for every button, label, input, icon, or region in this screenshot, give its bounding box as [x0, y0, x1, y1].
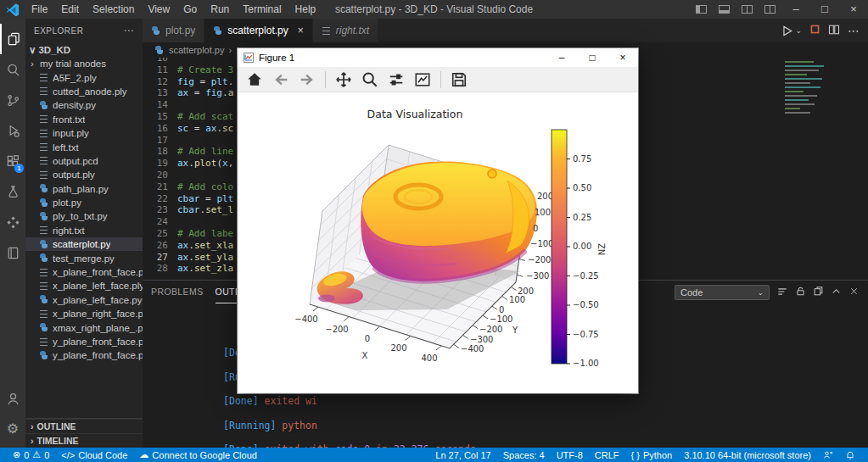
figure-minimize-button[interactable]: –	[546, 48, 577, 67]
file-item[interactable]: › my trial anodes	[25, 57, 143, 70]
pan-icon[interactable]	[333, 70, 354, 90]
menu-item[interactable]: Help	[288, 0, 323, 19]
maximize-panel-icon[interactable]	[831, 286, 842, 298]
tab-right-txt[interactable]: right.txt	[313, 19, 378, 42]
source-control-icon[interactable]	[0, 85, 25, 115]
home-icon[interactable]	[244, 70, 265, 90]
figure-window[interactable]: Figure 1 – □ ×	[238, 48, 638, 393]
toggle-panel-icon[interactable]	[719, 5, 730, 14]
file-item[interactable]: › right.txt	[25, 224, 143, 237]
forward-icon[interactable]	[297, 70, 317, 90]
tab-problems[interactable]: PROBLEMS	[151, 281, 204, 303]
problems-status[interactable]: ⊗0 ⚠0	[7, 449, 55, 460]
run-python-file-button[interactable]: ⌄	[781, 25, 802, 37]
file-item[interactable]: › ply_to_txt.py	[25, 209, 143, 223]
file-item[interactable]: › y_plane_front_face.py	[25, 348, 143, 362]
file-item[interactable]: › y_plane_front_face.ply	[25, 335, 143, 348]
file-item[interactable]: › density.py	[25, 98, 143, 112]
encoding[interactable]: UTF-8	[551, 450, 589, 460]
file-item[interactable]: › cutted_anode.ply	[25, 85, 143, 98]
figure-close-button[interactable]: ×	[608, 48, 638, 67]
save-icon[interactable]	[449, 70, 469, 90]
file-name: output.pcd	[53, 156, 98, 166]
figure-maximize-button[interactable]: □	[577, 48, 608, 67]
cloud-code-status[interactable]: </> Cloud Code	[55, 450, 133, 460]
close-button[interactable]: ×	[839, 0, 868, 19]
configure-subplots-icon[interactable]	[386, 70, 406, 90]
file-item[interactable]: › x_plane_left_face.py	[25, 293, 143, 307]
cloud-code-diamonds-icon[interactable]	[0, 207, 25, 237]
back-icon[interactable]	[271, 70, 291, 90]
file-item[interactable]: › input.ply	[25, 126, 143, 140]
explorer-icon[interactable]	[0, 24, 25, 54]
testing-icon[interactable]	[0, 176, 25, 207]
root-folder[interactable]: ∨ 3D_KD	[25, 42, 143, 57]
minimap[interactable]	[785, 61, 831, 116]
file-item[interactable]: › front.txt	[25, 113, 143, 126]
extensions-icon[interactable]: 1	[0, 146, 25, 176]
output-channel-dropdown[interactable]: Code ⌄	[675, 285, 770, 300]
file-item[interactable]: › output.pcd	[25, 154, 143, 168]
file-item[interactable]: › x_plane_front_face.ply	[25, 265, 143, 279]
menu-item[interactable]: File	[25, 0, 54, 19]
menu-item[interactable]: Edit	[54, 0, 86, 19]
tab-plot-py[interactable]: plot.py	[143, 19, 204, 42]
minimize-button[interactable]: –	[781, 0, 810, 19]
file-item[interactable]: › xmax_right_plane_.py	[25, 320, 143, 334]
figure-canvas[interactable]: Data Visualization	[238, 92, 638, 393]
svg-text:200: 200	[518, 287, 534, 296]
edit-axes-icon[interactable]	[412, 70, 433, 90]
zoom-rect-icon[interactable]	[360, 70, 380, 90]
sidebar-section[interactable]: › TIMELINE	[25, 433, 143, 448]
connect-google-cloud[interactable]: ☁ Connect to Google Cloud	[133, 449, 263, 460]
toggle-sidebar-icon[interactable]	[696, 5, 707, 14]
language-mode[interactable]: { } Python	[625, 450, 679, 460]
file-item[interactable]: › x_plane_right_face.ply	[25, 307, 143, 320]
menu-item[interactable]: Run	[204, 0, 236, 19]
toggle-secondary-sidebar-icon[interactable]	[742, 5, 753, 14]
file-item[interactable]: › x_plane_left_face.ply	[25, 279, 143, 292]
search-icon[interactable]	[0, 54, 25, 85]
notebook-icon[interactable]	[0, 237, 25, 268]
python-interpreter[interactable]: 3.10.10 64-bit (microsoft store)	[678, 450, 817, 460]
file-item[interactable]: › left.txt	[25, 140, 143, 153]
account-icon[interactable]	[0, 383, 25, 414]
run-debug-icon[interactable]	[0, 115, 25, 146]
indentation[interactable]: Spaces: 4	[497, 450, 551, 460]
menu-item[interactable]: Go	[176, 0, 204, 19]
menu-item[interactable]: View	[141, 0, 176, 19]
settings-gear-icon[interactable]: ⚙	[0, 414, 25, 444]
file-item[interactable]: › output.ply	[25, 168, 143, 181]
notifications-bell-icon[interactable]	[839, 450, 861, 460]
open-in-editor-icon[interactable]	[813, 286, 824, 298]
file-item[interactable]: › A5F_2.ply	[25, 70, 143, 84]
eol-sequence[interactable]: CRLF	[589, 450, 625, 460]
vscode-window: FileEditSelectionViewGoRunTerminalHelp s…	[0, 0, 868, 462]
tab-close-icon[interactable]: ×	[298, 25, 304, 36]
clear-output-icon[interactable]	[776, 286, 788, 299]
feedback-icon[interactable]	[817, 450, 839, 460]
lock-scroll-icon[interactable]	[795, 286, 806, 298]
file-icon	[39, 253, 49, 263]
stop-button[interactable]	[809, 24, 820, 37]
breadcrumb-file[interactable]: scatterplot.py	[169, 45, 224, 55]
file-item[interactable]: › path_plan.py	[25, 182, 143, 196]
menu-item[interactable]: Terminal	[236, 0, 288, 19]
restore-button[interactable]: □	[810, 0, 839, 19]
explorer-more-actions[interactable]: ⋯	[124, 25, 135, 36]
sidebar-section[interactable]: › OUTLINE	[25, 419, 143, 433]
file-item[interactable]: › plot.py	[25, 196, 143, 209]
more-actions-icon[interactable]: ⋯	[848, 24, 860, 37]
cursor-position[interactable]: Ln 27, Col 17	[429, 450, 496, 460]
file-item[interactable]: › test_merge.py	[25, 251, 143, 264]
menu-item[interactable]: Selection	[86, 0, 141, 19]
figure-title-bar[interactable]: Figure 1 – □ ×	[238, 48, 638, 67]
chevron-down-icon: ∨	[29, 44, 36, 56]
close-panel-icon[interactable]	[848, 286, 860, 298]
tab-scatterplot-py[interactable]: scatterplot.py ×	[204, 19, 312, 42]
customize-layout-icon[interactable]	[764, 5, 776, 14]
file-item[interactable]: › scatterplot.py	[25, 237, 143, 251]
file-name: path_plan.py	[53, 184, 109, 194]
run-dropdown-chevron-icon[interactable]: ⌄	[795, 26, 802, 35]
split-editor-icon[interactable]	[828, 24, 840, 38]
